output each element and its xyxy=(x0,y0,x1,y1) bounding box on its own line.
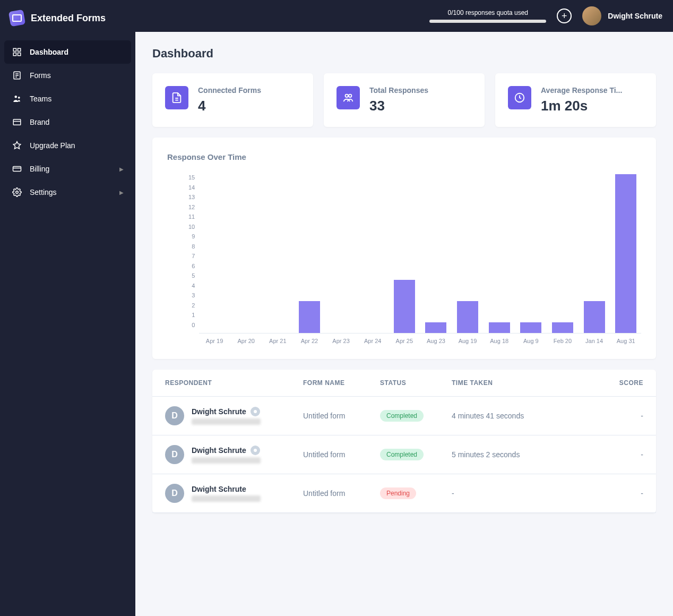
chart-bar-rect xyxy=(552,322,573,333)
chart-bar-rect xyxy=(394,280,415,333)
chart-x-tick: Apr 19 xyxy=(203,338,226,344)
svg-rect-2 xyxy=(13,53,16,56)
respondent-avatar: D xyxy=(165,445,184,464)
logo-icon xyxy=(8,10,25,27)
chart-y-tick: 12 xyxy=(188,204,195,210)
chart-y-tick: 2 xyxy=(188,302,195,309)
chart-x-tick: Aug 19 xyxy=(456,338,479,344)
sidebar-item-label: Dashboard xyxy=(30,48,68,56)
sidebar-item-brand[interactable]: Brand xyxy=(4,110,131,134)
sidebar-item-dashboard[interactable]: Dashboard xyxy=(4,40,131,64)
chart-x-tick: Aug 23 xyxy=(425,338,447,344)
chart-x-tick: Apr 23 xyxy=(330,338,352,344)
chart-bar xyxy=(393,174,416,333)
chart-bar xyxy=(298,174,321,333)
cell-score: - xyxy=(560,450,643,459)
stats-row: Connected Forms4Total Responses33Average… xyxy=(152,73,656,127)
chart-bar-rect xyxy=(299,301,320,333)
chart-bar-rect xyxy=(584,301,605,333)
cell-score: - xyxy=(560,489,643,498)
respondent-name: Dwight Schrute xyxy=(192,407,261,416)
chart-y-tick: 1 xyxy=(188,312,195,318)
respondent-email xyxy=(192,457,261,464)
page-title: Dashboard xyxy=(152,47,656,61)
forms-icon xyxy=(12,70,22,81)
cell-time-taken: 4 minutes 41 seconds xyxy=(452,412,560,420)
col-header-score: SCORE xyxy=(560,379,643,387)
svg-point-9 xyxy=(18,97,20,99)
users-icon xyxy=(336,86,360,109)
stat-value: 1m 20s xyxy=(541,98,643,114)
chart-x-tick: Feb 20 xyxy=(551,338,574,344)
dashboard-icon xyxy=(12,47,22,57)
main: 0/100 responses quota used + Dwight Schr… xyxy=(135,0,673,616)
cell-status: Completed xyxy=(380,410,452,422)
billing-icon xyxy=(12,164,22,174)
chart-title: Response Over Time xyxy=(167,152,641,161)
chart-y-tick: 3 xyxy=(188,292,195,298)
user-menu[interactable]: Dwight Schrute xyxy=(582,6,662,25)
file-icon xyxy=(165,86,188,109)
chart-bar xyxy=(203,174,226,333)
table-row[interactable]: D Dwight Schrute Untitled form Pending -… xyxy=(152,474,656,513)
chart-y-tick: 9 xyxy=(188,233,195,239)
stat-label: Average Response Ti... xyxy=(541,86,643,95)
chart-bar xyxy=(361,174,384,333)
svg-point-8 xyxy=(15,96,18,98)
sidebar-item-label: Forms xyxy=(30,71,51,80)
chart-bar xyxy=(615,174,637,333)
chart-bars xyxy=(199,174,641,333)
chart-x-axis: Apr 19Apr 20Apr 21Apr 22Apr 23Apr 24Apr … xyxy=(199,333,641,344)
sidebar-item-teams[interactable]: Teams xyxy=(4,87,131,110)
chart-x-tick: Apr 21 xyxy=(267,338,289,344)
chart-bar xyxy=(267,174,289,333)
svg-rect-12 xyxy=(13,167,21,172)
sidebar-item-label: Upgrade Plan xyxy=(30,141,75,150)
stat-card: Total Responses33 xyxy=(324,73,485,127)
chart-x-tick: Apr 24 xyxy=(361,338,384,344)
respondent-email xyxy=(192,418,261,425)
stat-card: Average Response Ti...1m 20s xyxy=(495,73,656,127)
cell-form-name: Untitled form xyxy=(303,412,380,420)
stat-value: 33 xyxy=(369,98,472,114)
brand-icon xyxy=(12,117,22,127)
add-button[interactable]: + xyxy=(557,8,572,23)
table-row[interactable]: D Dwight Schrute Untitled form Completed… xyxy=(152,397,656,435)
chart-bar xyxy=(583,174,606,333)
chart-y-tick: 6 xyxy=(188,263,195,269)
responses-table: RESPONDENT FORM NAME STATUS TIME TAKEN S… xyxy=(152,370,656,513)
chart-bar-rect xyxy=(457,301,478,333)
sidebar-item-label: Billing xyxy=(30,165,49,173)
svg-rect-3 xyxy=(18,53,21,56)
chart-x-tick: Jan 14 xyxy=(583,338,606,344)
sidebar-item-settings[interactable]: Settings▶ xyxy=(4,181,131,204)
col-header-respondent: RESPONDENT xyxy=(165,379,303,387)
brand-name: Extended Forms xyxy=(31,13,106,24)
cell-score: - xyxy=(560,412,643,420)
chart-bar-rect xyxy=(489,322,510,333)
status-badge: Completed xyxy=(380,410,424,422)
sidebar-item-label: Settings xyxy=(30,188,57,196)
chart-area: 1514131211109876543210 Apr 19Apr 20Apr 2… xyxy=(167,174,641,344)
cell-status: Completed xyxy=(380,449,452,460)
table-row[interactable]: D Dwight Schrute Untitled form Completed… xyxy=(152,435,656,474)
brand-logo[interactable]: Extended Forms xyxy=(0,0,135,36)
quota-text: 0/100 responses quota used xyxy=(448,9,528,16)
cell-time-taken: - xyxy=(452,489,560,498)
chart-bar xyxy=(235,174,257,333)
svg-point-17 xyxy=(346,95,349,98)
sidebar-item-forms[interactable]: Forms xyxy=(4,64,131,87)
quota-section: 0/100 responses quota used xyxy=(429,9,546,23)
respondent-email xyxy=(192,495,261,502)
sidebar-item-billing[interactable]: Billing▶ xyxy=(4,157,131,181)
nav-list: DashboardFormsTeamsBrandUpgrade PlanBill… xyxy=(0,36,135,208)
chart-y-tick: 0 xyxy=(188,322,195,328)
respondent-name: Dwight Schrute xyxy=(192,446,261,455)
upgrade-icon xyxy=(12,140,22,151)
chart-bar xyxy=(488,174,511,333)
chart-x-tick: Aug 18 xyxy=(488,338,511,344)
sidebar-item-upgrade[interactable]: Upgrade Plan xyxy=(4,134,131,157)
sidebar-item-label: Brand xyxy=(30,118,49,126)
svg-rect-10 xyxy=(13,119,21,125)
chart-bar xyxy=(456,174,479,333)
